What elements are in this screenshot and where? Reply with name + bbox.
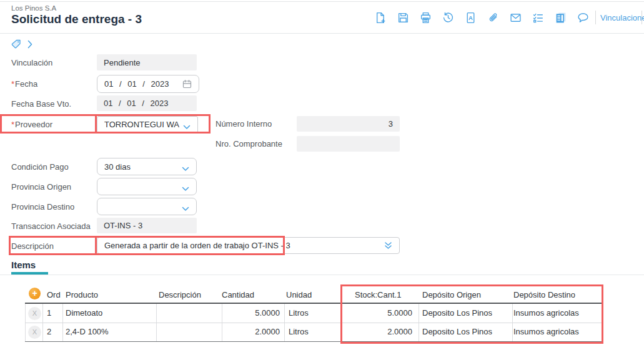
descripcion-input[interactable]: Generada a partir de la orden de trabajo… <box>97 237 400 254</box>
table-row-divider <box>25 323 603 323</box>
toolbar-divider <box>595 11 596 24</box>
tag-icon[interactable] <box>11 39 22 50</box>
fecha-required-marker: * <box>11 79 14 89</box>
cell-deposito-destino: Insumos agricolas <box>513 327 579 336</box>
email-icon[interactable] <box>510 12 522 24</box>
fecha-input[interactable]: 01 / 01 / 2023 <box>97 75 199 93</box>
cell-deposito-origen: Deposito Los Pinos <box>422 308 492 318</box>
fecha-base-field: 01 / 01 / 2023 <box>97 95 197 111</box>
vinculacion-value: Pendiente <box>104 58 141 67</box>
fecha-label: *Fecha <box>11 79 37 89</box>
attachment-icon[interactable] <box>487 12 499 24</box>
tag-expand-chevron-icon[interactable] <box>27 40 33 49</box>
col-header-deposito-origen: Depósito Origen <box>422 290 481 299</box>
tab-items[interactable]: Items <box>11 260 36 270</box>
fecha-base-label: Fecha Base Vto. <box>11 99 71 109</box>
col-header-cantidad: Cantidad <box>222 290 254 299</box>
transaccion-asociada-value: OT-INS - 3 <box>104 221 142 230</box>
tab-strip-divider <box>0 275 644 275</box>
numero-interno-field: 3 <box>297 116 400 132</box>
svg-text:A: A <box>468 14 473 21</box>
descripcion-label: Descripción <box>11 241 54 251</box>
fecha-base-value: 01 / 01 / 2023 <box>104 99 169 108</box>
col-header-stock: Stock:Cant.1 <box>355 290 401 299</box>
chevron-double-down-icon[interactable] <box>384 241 392 250</box>
delete-row-button[interactable]: X <box>28 326 41 339</box>
nro-comprobante-field <box>297 136 400 152</box>
proveedor-label: *Proveedor <box>11 120 52 129</box>
provincia-destino-dropdown[interactable] <box>97 198 197 215</box>
transaccion-asociada-field: OT-INS - 3 <box>97 218 197 233</box>
col-header-ord: Ord <box>47 290 61 299</box>
delete-row-button[interactable]: X <box>28 307 41 320</box>
nro-comprobante-label: Nro. Comprobante <box>215 139 282 148</box>
table-gridline <box>603 304 603 341</box>
comment-icon[interactable] <box>577 12 589 24</box>
add-row-button[interactable]: + <box>29 288 41 299</box>
history-icon[interactable] <box>442 12 454 24</box>
save-icon[interactable] <box>397 12 409 24</box>
cell-stock: 2.0000 <box>340 327 412 336</box>
col-header-deposito-destino: Depósito Destino <box>513 290 575 299</box>
provincia-destino-label: Provincia Destino <box>11 202 74 211</box>
cell-producto: 2,4-D 100% <box>66 327 109 336</box>
chevron-down-icon[interactable] <box>182 184 189 189</box>
toolbar-divider-right <box>642 11 642 24</box>
cell-unidad: Litros <box>289 308 309 318</box>
vinculacion-field: Pendiente <box>97 54 197 70</box>
cell-ord: 2 <box>47 327 51 336</box>
table-header-border <box>25 303 603 304</box>
transaccion-asociada-label: Transaccion Asociada <box>11 221 91 231</box>
proveedor-value[interactable]: TORRONTEGUI WA <box>104 120 179 129</box>
calendar-icon[interactable] <box>182 79 192 89</box>
chevron-down-icon[interactable] <box>183 122 191 127</box>
cell-unidad: Litros <box>289 327 309 336</box>
cell-cantidad: 5.0000 <box>222 308 280 318</box>
proveedor-dropdown[interactable]: TORRONTEGUI WA <box>97 116 198 133</box>
numero-interno-label: Número Interno <box>215 119 272 129</box>
document-font-icon[interactable]: A <box>465 12 477 24</box>
proveedor-required-marker: * <box>11 120 14 129</box>
provincia-origen-label: Provincia Origen <box>11 182 71 192</box>
col-header-descripcion: Descripción <box>159 290 201 299</box>
cell-ord: 1 <box>47 308 51 318</box>
report-icon[interactable] <box>555 12 567 24</box>
cell-deposito-origen: Deposito Los Pinos <box>422 327 492 336</box>
col-header-unidad: Unidad <box>286 290 312 299</box>
chevron-down-icon[interactable] <box>182 164 189 169</box>
table-bottom-border <box>25 341 603 342</box>
cell-stock: 5.0000 <box>340 308 412 318</box>
chevron-down-icon[interactable] <box>182 204 189 209</box>
condicion-pago-value[interactable]: 30 dias <box>104 162 131 172</box>
cell-cantidad: 2.0000 <box>222 327 280 336</box>
descripcion-value[interactable]: Generada a partir de la orden de trabajo… <box>104 241 290 250</box>
new-document-icon[interactable] <box>375 12 387 24</box>
checklist-icon[interactable] <box>532 12 544 24</box>
solicitud-entrega-page: Los Pinos S.A Solicitud de entrega - 3 A… <box>0 0 644 350</box>
company-name: Los Pinos S.A <box>11 4 56 12</box>
cell-deposito-destino: Insumos agricolas <box>513 308 579 318</box>
page-title: Solicitud de entrega - 3 <box>11 12 142 26</box>
top-divider <box>0 1 644 2</box>
vinculacion-label: Vinculación <box>11 58 52 67</box>
cell-producto: Dimetoato <box>66 308 102 318</box>
fecha-value[interactable]: 01 / 01 / 2023 <box>104 79 169 89</box>
provincia-origen-dropdown[interactable] <box>97 178 197 195</box>
vinculaciones-link[interactable]: Vinculaciones <box>600 13 644 22</box>
print-icon[interactable] <box>420 12 432 24</box>
numero-interno-value: 3 <box>389 119 393 129</box>
header-divider <box>0 33 644 34</box>
condicion-pago-dropdown[interactable]: 30 dias <box>97 158 197 175</box>
condicion-pago-label: Condición Pago <box>11 162 69 172</box>
col-header-producto: Producto <box>66 290 98 299</box>
